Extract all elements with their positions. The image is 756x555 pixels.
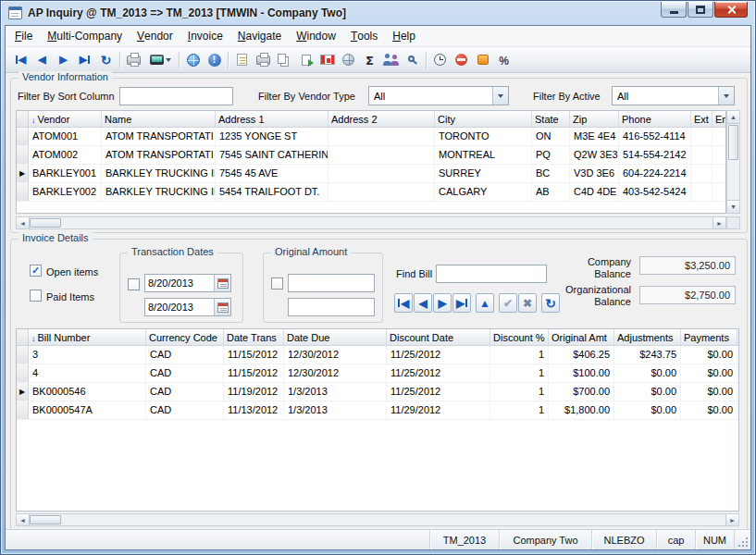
scroll-thumb[interactable] [30, 515, 61, 524]
cell-address2[interactable] [328, 183, 435, 201]
cell-zip[interactable]: V3D 3E6 [570, 165, 619, 182]
scroll-down-button[interactable] [727, 200, 739, 213]
cell-city[interactable]: CALGARY [435, 183, 532, 201]
clock-button[interactable] [429, 50, 451, 70]
menu-window[interactable]: Window [289, 26, 343, 46]
cell-ext[interactable] [691, 183, 713, 201]
cell-currency[interactable]: CAD [146, 364, 224, 382]
bill-next-button[interactable] [433, 293, 452, 313]
cell-date-trans[interactable]: 11/13/2012 [224, 401, 284, 419]
cell-date-due[interactable]: 1/3/2013 [284, 383, 387, 401]
transaction-dates-checkbox[interactable] [128, 278, 140, 290]
vendor-row-current[interactable]: BARKLEY001 BARKLEY TRUCKING IN 7545 45 A… [17, 165, 725, 183]
scroll-up-button[interactable] [727, 111, 739, 124]
row-selector[interactable] [17, 364, 29, 382]
col-header-zip[interactable]: Zip [570, 111, 619, 127]
cell-phone[interactable]: 416-552-4114 [619, 128, 691, 145]
vendor-row[interactable]: ATOM002 ATOM TRANSPORTATI 7545 SAINT CAT… [17, 146, 725, 165]
resize-grip[interactable] [734, 530, 750, 549]
cell-address1[interactable]: 1235 YONGE ST [216, 128, 328, 145]
col-header-discount-pct[interactable]: Discount % [490, 329, 549, 345]
invoice-row[interactable]: 4 CAD 11/15/2012 12/30/2012 11/25/2012 1… [17, 364, 738, 383]
vendor-vscrollbar[interactable] [726, 110, 740, 214]
invoice-row[interactable]: 3 CAD 11/15/2012 12/30/2012 11/25/2012 1… [17, 346, 738, 364]
filter-sort-input[interactable] [119, 87, 233, 105]
vendor-grid[interactable]: Vendor Name Address 1 Address 2 City Sta… [16, 110, 726, 214]
col-header-original-amt[interactable]: Original Amt [549, 329, 614, 345]
search-button[interactable] [402, 50, 423, 70]
print-button[interactable] [123, 50, 144, 70]
notes-button[interactable] [231, 50, 253, 70]
col-header-ext[interactable]: Ext [691, 111, 713, 127]
cell-zip[interactable]: C4D 4DE [570, 183, 619, 201]
cell-vendor[interactable]: BARKLEY001 [29, 165, 102, 182]
cell-date-due[interactable]: 12/30/2012 [284, 364, 387, 382]
cell-state[interactable]: ON [532, 128, 570, 145]
vendor-row[interactable]: ATOM001 ATOM TRANSPORTATI 1235 YONGE ST … [17, 128, 725, 146]
cell-adjustments[interactable]: $243.75 [614, 346, 681, 364]
nav-last-button[interactable] [74, 50, 95, 70]
cell-payments[interactable]: $0.00 [681, 383, 737, 401]
menu-invoice[interactable]: Invoice [180, 26, 230, 46]
col-header-discount-date[interactable]: Discount Date [387, 329, 490, 345]
users-button[interactable] [380, 50, 402, 70]
cell-zip[interactable]: Q2W 3E3 [570, 146, 619, 164]
cell-en[interactable] [713, 165, 726, 182]
cell-discount-pct[interactable]: 1 [490, 383, 549, 401]
nav-next-button[interactable] [53, 50, 74, 70]
cell-date-due[interactable]: 12/30/2012 [284, 346, 387, 364]
row-selector[interactable] [17, 165, 29, 182]
bill-cancel-button[interactable] [518, 293, 537, 313]
cell-ext[interactable] [691, 146, 713, 164]
scroll-left-button[interactable] [17, 514, 30, 525]
row-selector[interactable] [17, 383, 29, 401]
cell-bill-number[interactable]: BK0000546 [29, 383, 146, 401]
cell-payments[interactable]: $0.00 [681, 401, 737, 419]
col-header-date-due[interactable]: Date Due [284, 329, 387, 345]
cell-date-trans[interactable]: 11/15/2012 [224, 346, 284, 364]
cell-address2[interactable] [328, 165, 435, 182]
amount-to-input[interactable] [288, 298, 375, 316]
nav-previous-button[interactable] [31, 50, 53, 70]
col-header-currency-code[interactable]: Currency Code [146, 329, 224, 345]
col-header-date-trans[interactable]: Date Trans [224, 329, 284, 345]
row-selector[interactable] [17, 128, 29, 145]
paid-items-checkbox[interactable] [30, 290, 42, 302]
cell-date-due[interactable]: 1/3/2013 [284, 401, 387, 419]
col-header-address1[interactable]: Address 1 [216, 111, 328, 127]
stop-button[interactable] [451, 50, 472, 70]
cell-ext[interactable] [691, 165, 713, 182]
refresh-button[interactable] [95, 50, 117, 70]
cell-address1[interactable]: 5454 TRAILFOOT DT. [216, 183, 328, 201]
cell-bill-number[interactable]: 4 [29, 364, 146, 382]
print-document-button[interactable] [253, 50, 274, 70]
menu-tools[interactable]: Tools [343, 26, 385, 46]
close-button[interactable] [714, 2, 748, 18]
calendar-button[interactable] [214, 275, 230, 291]
info-button[interactable] [204, 50, 225, 70]
percent-button[interactable] [493, 50, 514, 70]
cell-date-trans[interactable]: 11/19/2012 [224, 383, 284, 401]
cell-city[interactable]: TORONTO [435, 128, 532, 145]
cell-address1[interactable]: 7545 SAINT CATHERINE [216, 146, 328, 164]
cell-name[interactable]: BARKLEY TRUCKING IN [102, 165, 216, 182]
amount-from-input[interactable] [288, 274, 375, 292]
cell-adjustments[interactable]: $0.00 [614, 364, 681, 382]
cell-bill-number[interactable]: 3 [29, 346, 146, 364]
cell-discount-pct[interactable]: 1 [490, 346, 549, 364]
scroll-thumb[interactable] [30, 218, 61, 228]
cell-currency[interactable]: CAD [146, 346, 224, 364]
minimize-button[interactable] [661, 2, 687, 18]
cell-payments[interactable]: $0.00 [681, 364, 737, 382]
col-header-state[interactable]: State [532, 111, 570, 127]
cell-city[interactable]: SURREY [435, 165, 532, 182]
invoice-row-current[interactable]: BK0000546 CAD 11/19/2012 1/3/2013 11/25/… [17, 383, 738, 401]
vendor-row[interactable]: BARKLEY002 BARKLEY TRUCKING IN 5454 TRAI… [17, 183, 725, 202]
scroll-track[interactable] [30, 217, 713, 228]
cell-name[interactable]: ATOM TRANSPORTATI [102, 146, 216, 164]
cell-original-amt[interactable]: $100.00 [549, 364, 614, 382]
col-header-address2[interactable]: Address 2 [328, 111, 435, 127]
maximize-button[interactable] [688, 2, 713, 18]
bill-accept-button[interactable] [499, 293, 517, 313]
menu-vendor[interactable]: Vendor [130, 26, 180, 46]
